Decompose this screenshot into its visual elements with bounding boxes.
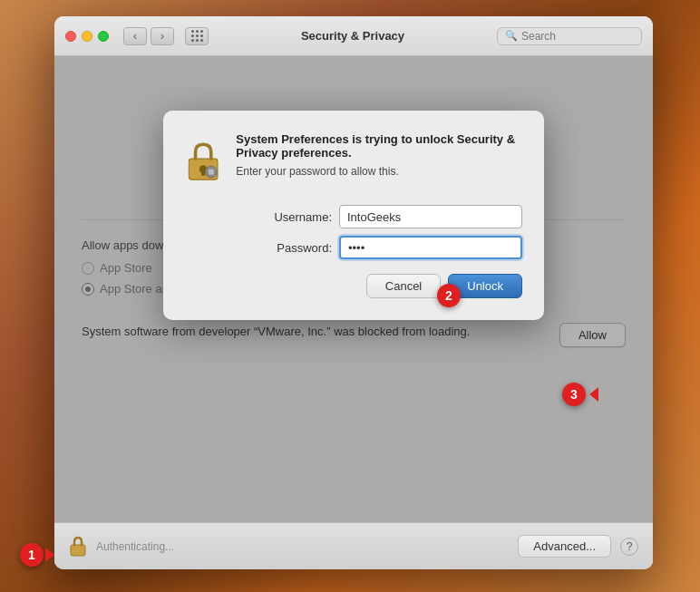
username-label: Username: [250, 210, 332, 224]
annotation-1: 1 [20, 543, 44, 567]
window-title: Security & Privacy [216, 29, 490, 43]
svg-rect-2 [201, 170, 205, 176]
forward-icon: › [160, 30, 164, 43]
advanced-button[interactable]: Advanced... [518, 535, 611, 558]
svg-point-4 [208, 169, 214, 175]
annotation-2: 2 [437, 284, 461, 307]
titlebar: ‹ › Security & Privacy 🔍 [54, 16, 653, 56]
nav-buttons: ‹ › [123, 27, 174, 45]
svg-rect-9 [71, 545, 85, 556]
modal-subtitle: Enter your password to allow this. [236, 165, 522, 178]
authenticating-text: Authenticating... [96, 540, 509, 553]
back-button[interactable]: ‹ [123, 27, 147, 45]
username-input[interactable] [339, 205, 522, 228]
grid-icon [191, 30, 203, 42]
forward-button[interactable]: › [151, 27, 174, 45]
modal-fields: Username: Password: [250, 205, 522, 259]
grid-button[interactable] [185, 27, 209, 45]
lock-icon-small [69, 536, 87, 558]
modal-header: System Preferences is trying to unlock S… [185, 132, 522, 190]
close-button[interactable] [65, 31, 76, 42]
annotation-3-container: 3 [562, 383, 598, 406]
annotation-3: 3 [562, 383, 586, 406]
search-input[interactable] [521, 30, 630, 43]
lock-icon-large [185, 132, 221, 190]
cancel-button[interactable]: Cancel [366, 274, 441, 298]
annotation-3-arrow [589, 387, 598, 402]
annotation-1-arrow [45, 548, 54, 562]
modal-text: System Preferences is trying to unlock S… [236, 132, 522, 178]
svg-rect-5 [209, 167, 212, 170]
annotation-2-container: 2 [437, 284, 461, 307]
unlock-modal: System Preferences is trying to unlock S… [163, 111, 544, 320]
password-input[interactable] [339, 236, 522, 259]
bottombar: Authenticating... Advanced... ? [54, 522, 653, 569]
traffic-lights [65, 31, 109, 42]
search-icon: 🔍 [505, 30, 518, 42]
search-bar[interactable]: 🔍 [497, 27, 642, 45]
password-label: Password: [250, 241, 332, 255]
modal-title: System Preferences is trying to unlock S… [236, 132, 522, 160]
modal-overlay: System Preferences is trying to unlock S… [54, 56, 653, 522]
svg-rect-8 [214, 170, 217, 173]
maximize-button[interactable] [98, 31, 109, 42]
svg-rect-6 [209, 174, 212, 177]
help-button[interactable]: ? [620, 538, 638, 556]
back-icon: ‹ [133, 30, 137, 43]
main-content: Allow apps downloaded from: App Store Ap… [54, 56, 653, 522]
svg-rect-7 [206, 170, 209, 173]
modal-buttons: Cancel Unlock [185, 274, 522, 298]
system-preferences-window: ‹ › Security & Privacy 🔍 Allow apps down… [54, 16, 653, 569]
annotation-1-container: 1 [20, 543, 54, 567]
minimize-button[interactable] [82, 31, 92, 42]
